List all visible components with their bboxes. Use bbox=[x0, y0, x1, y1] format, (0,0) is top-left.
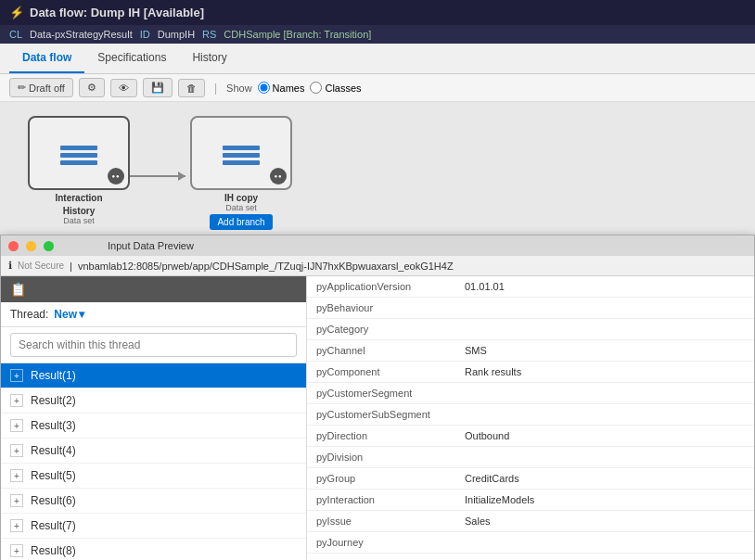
search-input[interactable] bbox=[10, 333, 297, 357]
classes-radio-label[interactable]: Classes bbox=[310, 82, 361, 94]
node-box-ih-copy[interactable] bbox=[190, 116, 292, 190]
url-bar: ℹ Not Secure | vnbamlab12:8085/prweb/app… bbox=[1, 256, 754, 276]
traffic-light-green[interactable] bbox=[44, 241, 54, 251]
table-row: pyJourney bbox=[307, 532, 754, 554]
list-item[interactable]: + Result(5) bbox=[1, 464, 306, 489]
expand-icon[interactable]: + bbox=[10, 469, 23, 482]
id-label: ID bbox=[140, 29, 150, 40]
tab-bar: Data flow Specifications History bbox=[0, 44, 755, 74]
view-button[interactable]: 👁 bbox=[110, 79, 137, 97]
thread-label: Thread: bbox=[10, 308, 48, 321]
browser-content: 📋 Thread: New ▾ + Result(1) bbox=[1, 276, 754, 560]
thread-new-dropdown[interactable]: New ▾ bbox=[54, 308, 84, 321]
list-item[interactable]: + Result(2) bbox=[1, 388, 306, 414]
node-ih-copy[interactable]: IH copy Data set Add branch bbox=[190, 116, 292, 230]
tab-data-flow[interactable]: Data flow bbox=[9, 44, 84, 73]
tab-specifications[interactable]: Specifications bbox=[84, 44, 179, 73]
show-label: Show bbox=[226, 83, 252, 94]
expand-icon[interactable]: + bbox=[10, 519, 23, 532]
list-item[interactable]: + Result(8) bbox=[1, 539, 306, 560]
table-row: pyBehaviour bbox=[307, 298, 754, 319]
url-text[interactable]: vnbamlab12:8085/prweb/app/CDHSample_/TZu… bbox=[78, 261, 454, 272]
search-bar bbox=[1, 327, 306, 363]
breadcrumb-bar: CL Data-pxStrategyResult ID DumpIH RS CD… bbox=[0, 25, 755, 44]
chevron-down-icon: ▾ bbox=[79, 308, 84, 321]
table-row: pyCustomerSegment bbox=[307, 383, 754, 404]
table-row: pyGroupCreditCards bbox=[307, 468, 754, 490]
left-panel: 📋 Thread: New ▾ + Result(1) bbox=[1, 276, 307, 560]
dataset-icon-2 bbox=[223, 146, 260, 165]
id-value: DumpIH bbox=[158, 29, 195, 40]
gear-icon: ⚙ bbox=[87, 82, 96, 94]
draft-off-button[interactable]: ✏ Draft off bbox=[9, 78, 73, 97]
table-row: pyDivision bbox=[307, 447, 754, 468]
table-row: pyComponentRank results bbox=[307, 362, 754, 383]
table-row: pyInteractionInitializeModels bbox=[307, 490, 754, 511]
browser-title-bar: Input Data Preview bbox=[1, 235, 754, 256]
expand-icon[interactable]: + bbox=[10, 369, 23, 382]
window-title: Data flow: Dump IH [Available] bbox=[30, 6, 204, 19]
add-branch-button[interactable]: Add branch bbox=[210, 214, 272, 230]
results-list: + Result(1) + Result(2) + Result(3) + Re… bbox=[1, 363, 306, 560]
eye-icon: 👁 bbox=[119, 83, 129, 94]
trash-icon: 🗑 bbox=[186, 83, 197, 94]
node-box-interaction-history[interactable] bbox=[28, 116, 130, 190]
list-item[interactable]: + Result(1) bbox=[1, 363, 306, 388]
traffic-light-yellow[interactable] bbox=[26, 241, 36, 251]
names-radio[interactable] bbox=[258, 82, 270, 94]
list-item[interactable]: + Result(3) bbox=[1, 414, 306, 439]
rs-label: RS bbox=[202, 29, 216, 40]
traffic-light-red[interactable] bbox=[8, 241, 19, 251]
url-separator: | bbox=[70, 261, 72, 272]
not-secure-text: Not Secure bbox=[18, 261, 64, 271]
node-interaction-history[interactable]: Interaction History Data set bbox=[28, 116, 130, 225]
expand-icon[interactable]: + bbox=[10, 494, 23, 507]
node-badge-1 bbox=[108, 168, 124, 185]
delete-button[interactable]: 🗑 bbox=[178, 79, 205, 97]
table-row: pyChannelSMS bbox=[307, 340, 754, 362]
node-badge-2 bbox=[270, 168, 287, 185]
dataset-icon bbox=[60, 146, 97, 165]
expand-icon[interactable]: + bbox=[10, 394, 23, 407]
data-table: pyApplicationVersion01.01.01pyBehaviourp… bbox=[307, 276, 754, 554]
table-row: pyCustomerSubSegment bbox=[307, 404, 754, 426]
tab-history[interactable]: History bbox=[179, 44, 239, 73]
rs-value: CDHSample [Branch: Transition] bbox=[224, 29, 371, 40]
node-title-2: IH copy bbox=[224, 193, 258, 203]
classes-radio[interactable] bbox=[310, 82, 322, 94]
list-item[interactable]: + Result(7) bbox=[1, 514, 306, 539]
node-title-1: Interaction bbox=[55, 193, 102, 203]
table-row: pyIssueSales bbox=[307, 511, 754, 532]
thread-bar: Thread: New ▾ bbox=[1, 302, 306, 327]
expand-icon[interactable]: + bbox=[10, 419, 23, 432]
canvas-area: Interaction History Data set IH copy Dat… bbox=[0, 102, 755, 250]
arrow-1 bbox=[130, 175, 186, 177]
data-flow-icon: ⚡ bbox=[9, 6, 24, 19]
separator: | bbox=[214, 82, 217, 95]
table-row: pyCategory bbox=[307, 319, 754, 340]
node-title-1b: History bbox=[63, 206, 95, 216]
settings-button[interactable]: ⚙ bbox=[79, 78, 105, 97]
node-sublabel-1: Data set bbox=[63, 216, 95, 225]
clipboard-bar: 📋 bbox=[1, 276, 306, 302]
cl-value[interactable]: Data-pxStrategyResult bbox=[30, 29, 133, 40]
node-sublabel-2: Data set bbox=[225, 203, 257, 212]
right-panel: pyApplicationVersion01.01.01pyBehaviourp… bbox=[307, 276, 754, 560]
list-item[interactable]: + Result(6) bbox=[1, 489, 306, 514]
expand-icon[interactable]: + bbox=[10, 544, 23, 557]
toolbar: ✏ Draft off ⚙ 👁 💾 🗑 | Show Names Classes bbox=[0, 74, 755, 102]
table-row: pyApplicationVersion01.01.01 bbox=[307, 276, 754, 298]
save-icon: 💾 bbox=[151, 82, 164, 94]
save-button[interactable]: 💾 bbox=[143, 78, 173, 97]
title-bar: ⚡ Data flow: Dump IH [Available] bbox=[0, 0, 755, 25]
table-row: pyDirectionOutbound bbox=[307, 426, 754, 447]
clipboard-icon: 📋 bbox=[10, 282, 26, 297]
names-radio-label[interactable]: Names bbox=[258, 82, 305, 94]
list-item[interactable]: + Result(4) bbox=[1, 439, 306, 464]
cl-label: CL bbox=[9, 29, 22, 40]
arrow-line bbox=[130, 175, 186, 177]
browser-window: Input Data Preview ℹ Not Secure | vnbaml… bbox=[0, 235, 755, 560]
browser-title-text: Input Data Preview bbox=[108, 240, 194, 251]
info-icon: ℹ bbox=[8, 260, 12, 272]
expand-icon[interactable]: + bbox=[10, 444, 23, 457]
